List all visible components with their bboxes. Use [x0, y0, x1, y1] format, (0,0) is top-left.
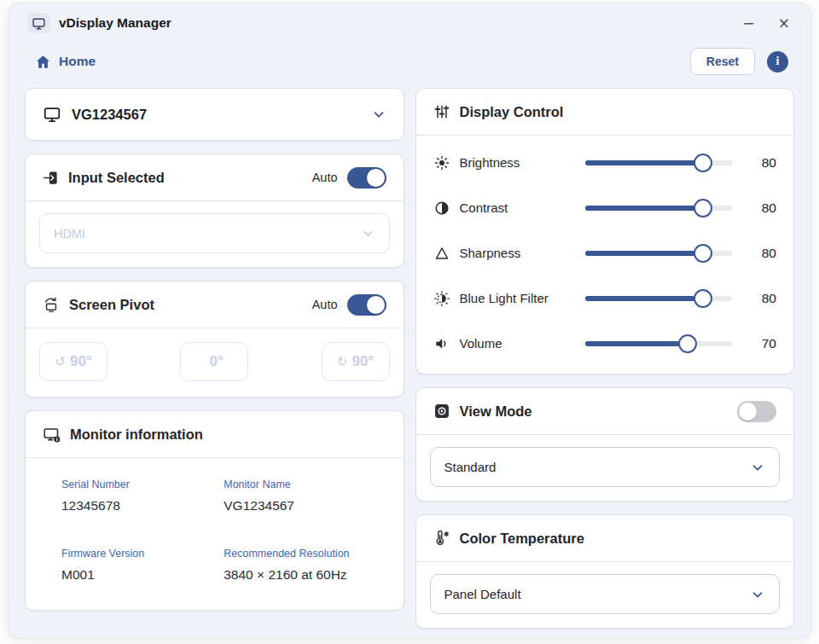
info-field-monitor-name: Monitor Name VG1234567 — [224, 479, 386, 513]
info-field-recommended-resolution: Recommended Resolution 3840 × 2160 at 60… — [224, 548, 386, 583]
blue-light-filter-slider[interactable] — [585, 288, 733, 309]
screen-pivot-icon — [43, 296, 60, 313]
pivot-cw-90-button[interactable]: ↻ 90° — [322, 342, 390, 381]
pivot-button-label: 90° — [351, 353, 374, 370]
info-field-value: 12345678 — [61, 498, 224, 513]
view-mode-body: Standard — [416, 435, 794, 501]
slider-value: 80 — [746, 155, 776, 171]
slider-fill — [585, 251, 703, 256]
chevron-down-icon — [371, 107, 386, 122]
volume-slider[interactable] — [585, 334, 733, 354]
blue-light-filter-icon — [433, 290, 453, 307]
sharpness-slider[interactable] — [585, 243, 733, 264]
info-field-value: M001 — [61, 567, 224, 583]
pivot-button-label: 0° — [210, 353, 224, 370]
monitor-information-card: Monitor information Serial Number 123456… — [25, 410, 404, 611]
input-selected-header: Input Selected Auto — [26, 154, 404, 201]
pivot-0-button[interactable]: 0° — [180, 342, 248, 381]
screen-pivot-header: Screen Pivot Auto — [26, 281, 404, 328]
toggle-knob — [367, 169, 385, 187]
color-temperature-value: Panel Default — [444, 587, 521, 601]
info-field-label: Serial Number — [61, 479, 224, 490]
minimize-button[interactable]: − — [743, 16, 755, 31]
info-field-value: VG1234567 — [224, 498, 386, 513]
right-column: Display Control Brightness — [415, 88, 795, 629]
info-field-value: 3840 × 2160 at 60Hz — [224, 567, 386, 583]
slider-fill — [585, 296, 703, 301]
slider-knob[interactable] — [694, 154, 712, 172]
info-field-serial-number: Serial Number 12345678 — [61, 479, 224, 513]
slider-value: 80 — [746, 200, 776, 216]
monitor-info-icon — [43, 426, 61, 444]
slider-knob[interactable] — [694, 199, 712, 218]
info-field-label: Firmware Version — [61, 548, 224, 560]
input-source-value: HDMI — [54, 227, 85, 241]
color-temperature-card: Color Temperature Panel Default — [415, 514, 795, 629]
view-mode-toggle[interactable] — [737, 401, 776, 422]
contrast-slider[interactable] — [585, 198, 733, 218]
slider-knob[interactable] — [694, 289, 712, 308]
slider-value: 70 — [746, 336, 776, 351]
color-temperature-select[interactable]: Panel Default — [430, 574, 781, 614]
app-icon — [27, 13, 50, 33]
contrast-icon — [433, 200, 453, 217]
chevron-down-icon — [361, 226, 375, 241]
view-mode-title: View Mode — [460, 403, 532, 420]
screen-pivot-card: Screen Pivot Auto ↺ 90° 0° — [25, 281, 404, 397]
toggle-knob — [739, 403, 757, 421]
color-temperature-body: Panel Default — [416, 562, 794, 628]
sharpness-row: Sharpness 80 — [433, 230, 777, 276]
window-controls: − × — [743, 16, 791, 31]
screen-pivot-title: Screen Pivot — [69, 297, 154, 313]
view-mode-value: Standard — [444, 460, 497, 474]
rotate-ccw-icon: ↺ — [55, 354, 66, 369]
slider-label: Brightness — [460, 155, 585, 170]
input-source-select[interactable]: HDMI — [39, 213, 390, 253]
slider-fill — [585, 341, 688, 346]
color-temperature-header: Color Temperature — [416, 515, 794, 562]
monitor-select-value: VG1234567 — [72, 107, 147, 123]
input-selected-card: Input Selected Auto HDMI — [25, 154, 404, 268]
brightness-slider[interactable] — [585, 153, 733, 173]
slider-label: Contrast — [460, 200, 585, 215]
info-field-label: Monitor Name — [224, 479, 386, 490]
reset-button[interactable]: Reset — [690, 48, 755, 75]
view-mode-icon — [433, 403, 450, 420]
input-selected-body: HDMI — [26, 201, 404, 267]
contrast-row: Contrast 80 — [433, 185, 777, 230]
pivot-ccw-90-button[interactable]: ↺ 90° — [39, 342, 107, 381]
nav-row: Home Reset i — [9, 38, 810, 88]
slider-knob[interactable] — [694, 244, 712, 263]
chevron-down-icon — [750, 587, 765, 602]
home-link[interactable]: Home — [35, 54, 96, 70]
color-temperature-title: Color Temperature — [460, 531, 584, 547]
nav-right: Reset i — [690, 48, 788, 75]
chevron-down-icon — [750, 460, 765, 475]
pivot-button-label: 90° — [70, 353, 92, 370]
titlebar: vDisplay Manager − × — [9, 3, 810, 38]
view-mode-select[interactable]: Standard — [430, 447, 781, 487]
display-control-card: Display Control Brightness — [415, 88, 795, 374]
blue-light-filter-row: Blue Light Filter 80 — [433, 276, 777, 321]
rotate-cw-icon: ↻ — [337, 354, 348, 369]
close-button[interactable]: × — [778, 16, 790, 31]
input-auto-toggle[interactable] — [347, 167, 386, 189]
slider-value: 80 — [746, 246, 776, 261]
screen-pivot-body: ↺ 90° 0° ↻ 90° — [26, 328, 404, 397]
left-column: VG1234567 Input Selected — [25, 88, 404, 629]
view-mode-header: View Mode — [416, 388, 794, 435]
sliders-icon — [433, 103, 450, 120]
monitor-select-dropdown[interactable]: VG1234567 — [25, 88, 404, 141]
monitor-information-header: Monitor information — [26, 411, 404, 458]
info-icon[interactable]: i — [767, 51, 788, 73]
brightness-row: Brightness 80 — [433, 140, 777, 185]
input-source-icon — [43, 170, 59, 186]
auto-label: Auto — [312, 171, 338, 184]
volume-row: Volume 70 — [433, 321, 777, 366]
slider-label: Volume — [460, 336, 585, 351]
pivot-auto-toggle[interactable] — [347, 294, 386, 316]
slider-knob[interactable] — [678, 334, 697, 353]
auto-label: Auto — [312, 298, 338, 311]
display-control-header: Display Control — [416, 89, 794, 136]
color-temperature-icon — [433, 530, 450, 547]
